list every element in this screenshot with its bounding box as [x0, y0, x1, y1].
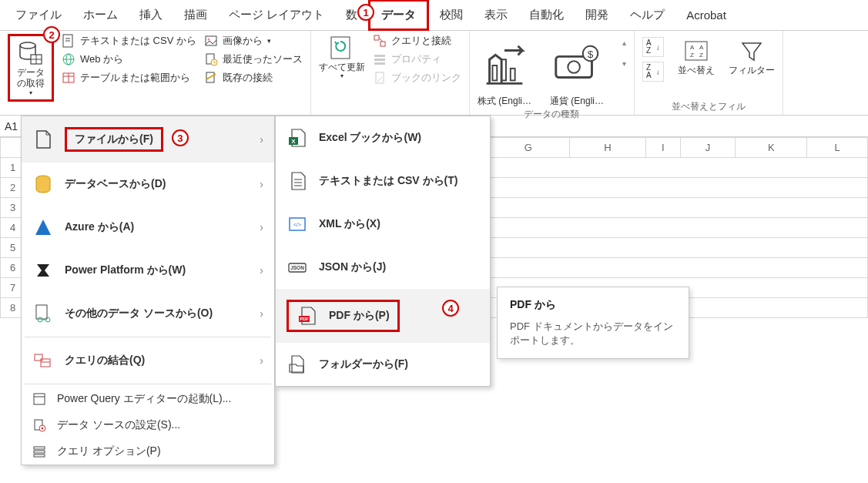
menu-from-power-platform[interactable]: Power Platform から(W) ›: [22, 249, 274, 292]
tab-automate[interactable]: 自動化: [518, 2, 575, 29]
svg-text:PDF: PDF: [300, 317, 310, 321]
currencies-data-type[interactable]: $ 通貨 (Engli…: [550, 39, 604, 108]
from-table-range-button[interactable]: テーブルまたは範囲から: [62, 71, 196, 85]
svg-rect-21: [374, 35, 379, 40]
options-icon: [32, 444, 46, 458]
tab-draw[interactable]: 描画: [173, 2, 218, 29]
submenu-from-text-csv[interactable]: テキストまたは CSV から(T): [276, 159, 490, 203]
svg-rect-53: [34, 447, 45, 449]
menu-from-other-sources[interactable]: その他のデータ ソースから(O) ›: [22, 292, 274, 335]
annotation-1: 1: [357, 4, 374, 21]
tab-view[interactable]: 表示: [474, 2, 518, 29]
svg-rect-54: [34, 451, 45, 453]
svg-rect-30: [511, 69, 515, 81]
menu-combine-queries[interactable]: クエリの結合(Q) ›: [22, 339, 274, 382]
from-text-csv-button[interactable]: テキストまたは CSV から: [62, 34, 196, 48]
svg-rect-48: [34, 394, 45, 404]
sort-button[interactable]: AZAZ 並べ替え: [673, 37, 719, 75]
svg-rect-20: [331, 37, 350, 59]
svg-text:</>: </>: [293, 222, 301, 227]
tab-file[interactable]: ファイル: [5, 2, 72, 29]
sort-descending-button[interactable]: ZA↓: [642, 62, 664, 82]
annotation-4: 4: [442, 300, 459, 317]
svg-rect-29: [501, 59, 506, 80]
refresh-all-button[interactable]: すべて更新▾: [319, 34, 365, 80]
queries-connections-button[interactable]: クエリと接続: [373, 34, 461, 48]
scroll-up-icon[interactable]: ▴: [622, 39, 626, 47]
tab-data[interactable]: データ: [368, 0, 429, 31]
connection-icon: [204, 71, 218, 85]
sort-filter-group-label: 並べ替えとフィル: [642, 100, 775, 113]
chevron-right-icon: ›: [260, 264, 263, 277]
database-icon: [32, 173, 54, 195]
submenu-from-xml[interactable]: </> XML から(X): [276, 203, 490, 246]
settings-file-icon: [32, 418, 46, 432]
svg-rect-27: [376, 72, 384, 83]
from-web-button[interactable]: Web から: [62, 52, 196, 66]
menu-from-file[interactable]: ファイルから(F) 3 ›: [22, 116, 274, 163]
sort-icon: AZAZ: [682, 37, 710, 65]
col-header-i[interactable]: I: [646, 138, 680, 158]
menu-from-database[interactable]: データベースから(D) ›: [22, 163, 274, 206]
menu-from-azure[interactable]: Azure から(A) ›: [22, 206, 274, 249]
queries-icon: [373, 34, 387, 48]
text-file-icon: [62, 34, 75, 48]
stocks-data-type[interactable]: 株式 (Engli…: [478, 39, 531, 108]
svg-point-42: [38, 317, 42, 322]
ribbon-tabbar: ファイル ホーム 挿入 描画 ページ レイアウト 数 1 データ 校閲 表示 自…: [0, 0, 868, 31]
table-icon: [62, 71, 75, 85]
svg-rect-26: [374, 62, 385, 65]
azure-icon: [32, 216, 54, 238]
tab-home[interactable]: ホーム: [72, 2, 129, 29]
existing-connections-button[interactable]: 既存の接続: [204, 71, 303, 85]
globe-icon: [62, 52, 75, 66]
col-header-g[interactable]: G: [488, 138, 570, 158]
tab-help[interactable]: ヘルプ: [619, 2, 675, 29]
svg-text:$: $: [588, 49, 594, 60]
annotation-3: 3: [172, 129, 189, 146]
col-header-l[interactable]: L: [807, 138, 868, 158]
submenu-from-folder[interactable]: フォルダーから(F): [276, 343, 490, 386]
refresh-icon: [328, 34, 356, 62]
col-header-k[interactable]: K: [736, 138, 807, 158]
tooltip: PDF から PDF ドキュメントからデータをインポートします。: [497, 287, 689, 359]
file-icon: [32, 129, 54, 150]
menu-query-options[interactable]: クエリ オプション(P): [22, 438, 274, 465]
sort-ascending-button[interactable]: AZ↓: [642, 37, 664, 57]
pdf-file-icon: PDF: [297, 305, 318, 327]
recent-sources-button[interactable]: 最近使ったソース: [204, 52, 303, 66]
from-picture-button[interactable]: 画像から▾: [204, 34, 303, 48]
menu-data-source-settings[interactable]: データ ソースの設定(S)...: [22, 412, 274, 438]
submenu-from-json[interactable]: JSON JSON から(J): [276, 246, 490, 289]
folder-icon: [287, 354, 308, 375]
annotation-2: 2: [43, 26, 60, 43]
sort-za-icon: ZA: [646, 64, 652, 79]
properties-button: プロパティ: [373, 52, 461, 66]
svg-point-43: [45, 317, 50, 322]
scroll-down-icon[interactable]: ▾: [622, 59, 626, 68]
get-data-label: データの取得: [13, 67, 49, 89]
svg-text:Z: Z: [690, 52, 694, 59]
link-icon: [373, 71, 387, 85]
tab-page-layout[interactable]: ページ レイアウト: [218, 2, 335, 29]
filter-button[interactable]: フィルター: [729, 37, 775, 75]
col-header-h[interactable]: H: [569, 138, 646, 158]
json-file-icon: JSON: [287, 257, 308, 278]
submenu-from-pdf[interactable]: PDF PDF から(P) 4: [276, 289, 490, 343]
tab-insert[interactable]: 挿入: [129, 2, 173, 29]
svg-rect-28: [492, 65, 497, 80]
chevron-right-icon: ›: [260, 178, 263, 190]
sort-az-icon: AZ: [646, 39, 652, 55]
submenu-from-excel-workbook[interactable]: X Excel ブックから(W): [276, 116, 490, 159]
tab-developer[interactable]: 開発: [575, 2, 619, 29]
xml-file-icon: </>: [287, 213, 308, 235]
tab-acrobat[interactable]: Acrobat: [675, 2, 737, 28]
tooltip-body: PDF ドキュメントからデータをインポートします。: [510, 320, 676, 347]
tab-review[interactable]: 校閲: [429, 2, 474, 29]
database-icon: [17, 39, 45, 67]
svg-text:Z: Z: [699, 52, 703, 59]
svg-line-23: [379, 38, 383, 42]
col-header-j[interactable]: J: [680, 138, 736, 158]
menu-launch-pq-editor[interactable]: Power Query エディターの起動(L)...: [22, 386, 274, 412]
get-data-button[interactable]: データの取得 ▾: [8, 34, 54, 102]
